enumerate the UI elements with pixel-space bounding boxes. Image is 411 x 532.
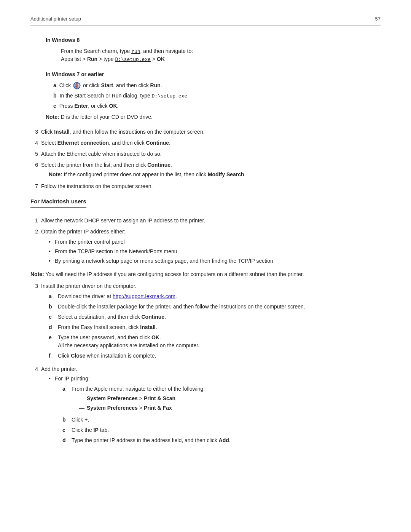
mac-heading-wrapper: For Macintosh users <box>30 197 381 212</box>
win7-content-c: Press Enter, or click OK. <box>59 102 119 110</box>
win7-letter-b: b <box>53 92 57 100</box>
mac-step2-num: 2 <box>30 228 38 267</box>
mac-4d-content: Type the printer IP address in the addre… <box>72 436 231 444</box>
mac-heading: For Macintosh users <box>30 197 86 208</box>
bullet-item: By printing a network setup page or menu… <box>49 257 273 265</box>
mac-3d-content: From the Easy Install screen, click Inst… <box>58 323 157 331</box>
mac-section: For Macintosh users 1 Allow the network … <box>30 197 381 447</box>
mac-step2: 2 Obtain the printer IP address either: … <box>30 228 381 267</box>
mac-step4-bullets: For IP printing: a From the Apple menu, … <box>49 375 231 444</box>
mac-step4-num: 4 <box>30 365 38 447</box>
mac-step4-content: Add the printer. For IP printing: a From… <box>41 365 231 447</box>
win7-item-c: c Press Enter, or click OK. <box>53 102 381 110</box>
step5-num: 5 <box>30 150 38 158</box>
mac-4a-content: From the Apple menu, navigate to either … <box>72 385 205 414</box>
mac-4a-dashes: System Preferences > Print & Scan System… <box>79 395 205 412</box>
mac-3f-content: Click Close when installation is complet… <box>58 352 156 360</box>
mac-4d: d Type the printer IP address in the add… <box>62 436 231 444</box>
step4-num: 4 <box>30 139 38 147</box>
mac-step3-sub: a Download the driver at http://support.… <box>41 292 305 360</box>
step5: 5 Attach the Ethernet cable when instruc… <box>30 150 381 158</box>
windows8-section: In Windows 8 From the Search charm, type… <box>46 36 381 64</box>
mac-3d: d From the Easy Install screen, click In… <box>49 323 305 331</box>
mac-note: Note: You will need the IP address if yo… <box>30 270 381 278</box>
step3: 3 Click Install, and then follow the ins… <box>30 128 381 136</box>
step6: 6 Select the printer from the list, and … <box>30 161 381 182</box>
dash-item-print-fax: System Preferences > Print & Fax <box>79 404 205 412</box>
step3-content: Click Install, and then follow the instr… <box>41 128 205 136</box>
mac-step1-content: Allow the network DHCP server to assign … <box>41 217 205 225</box>
ip-printing-bullet: For IP printing: a From the Apple menu, … <box>49 375 231 444</box>
win7-note-text: D is the letter of your CD or DVD drive. <box>61 114 153 120</box>
windows7-list: a Click or click Start, and then click R… <box>46 81 381 110</box>
step4: 4 Select Ethernet connection, and then c… <box>30 139 381 147</box>
step6-num: 6 <box>30 161 38 182</box>
mac-step1: 1 Allow the network DHCP server to assig… <box>30 217 381 225</box>
mac-3b-content: Double-click the installer package for t… <box>58 303 305 311</box>
mac-3e: e Type the user password, and then click… <box>49 334 305 350</box>
page-header: Additional printer setup 57 <box>30 15 381 26</box>
windows7-heading: In Windows 7 or earlier <box>46 70 381 78</box>
bullet-item: From the printer control panel <box>49 238 273 246</box>
mac-4d-letter: d <box>62 436 68 444</box>
win7-letter-a: a <box>53 81 56 89</box>
mac-3c-letter: c <box>49 313 55 321</box>
step3-num: 3 <box>30 128 38 136</box>
mac-4a-letter: a <box>62 385 68 414</box>
mac-4c-letter: c <box>62 426 68 434</box>
page-number: 57 <box>375 15 381 23</box>
step5-content: Attach the Ethernet cable when instructe… <box>41 150 162 158</box>
mac-3e-content: Type the user password, and then click O… <box>58 334 199 350</box>
mac-3b: b Double-click the installer package for… <box>49 303 305 311</box>
mac-4b: b Click +. <box>62 416 231 424</box>
mac-4c-content: Click the IP tab. <box>72 426 109 434</box>
dash-item-print-scan: System Preferences > Print & Scan <box>79 395 205 403</box>
lexmark-link[interactable]: http://support.lexmark.com <box>113 293 175 299</box>
step7-content: Follow the instructions on the computer … <box>41 182 153 190</box>
windows8-appslist: Apps list > Run > type D:\setup.exe > OK <box>61 56 165 62</box>
step7: 7 Follow the instructions on the compute… <box>30 182 381 190</box>
windows-globe-icon <box>73 82 81 89</box>
mac-3f-letter: f <box>49 352 55 360</box>
mac-step2-bullets: From the printer control panel From the … <box>49 238 273 265</box>
win7-item-a: a Click or click Start, and then click R… <box>53 81 381 89</box>
win7-item-b: b In the Start Search or Run dialog, typ… <box>53 92 381 100</box>
mac-4b-letter: b <box>62 416 68 424</box>
step7-num: 7 <box>30 182 38 190</box>
mac-3a-letter: a <box>49 292 55 300</box>
windows-steps: 3 Click Install, and then follow the ins… <box>30 128 381 190</box>
win7-note-label: Note: <box>46 114 59 120</box>
win7-content-b: In the Start Search or Run dialog, type … <box>60 92 189 100</box>
windows8-line2: Apps list > Run > type D:\setup.exe > OK <box>61 55 381 64</box>
mac-3a: a Download the driver at http://support.… <box>49 292 305 300</box>
mac-3c-content: Select a destination, and then click Con… <box>58 313 166 321</box>
win7-note: Note: D is the letter of your CD or DVD … <box>46 113 381 121</box>
mac-4b-content: Click +. <box>72 416 89 424</box>
windows8-line1: From the Search charm, type run, and the… <box>61 47 381 56</box>
windows8-heading: In Windows 8 <box>46 36 381 44</box>
mac-4c: c Click the IP tab. <box>62 426 231 434</box>
windows8-text1: From the Search charm, type run, and the… <box>61 48 193 54</box>
step6-note: Note: If the configured printer does not… <box>49 171 245 179</box>
setup-exe-code: D:\setup.exe <box>115 57 151 62</box>
mac-3b-letter: b <box>49 303 55 311</box>
mac-4a: a From the Apple menu, navigate to eithe… <box>62 385 231 414</box>
mac-3d-letter: d <box>49 323 55 331</box>
step4-content: Select Ethernet connection, and then cli… <box>41 139 170 147</box>
mac-step1-num: 1 <box>30 217 38 225</box>
step6-content: Select the printer from the list, and th… <box>41 161 245 182</box>
mac-step2-content: Obtain the printer IP address either: Fr… <box>41 228 273 267</box>
ip-printing-sub: a From the Apple menu, navigate to eithe… <box>55 385 231 444</box>
mac-step3-content: Install the printer driver on the comput… <box>41 282 305 362</box>
win7-content-a: Click or click Start, and then click Run… <box>59 81 162 89</box>
bullet-item: From the TCP/IP section in the Network/P… <box>49 248 273 256</box>
mac-3f: f Click Close when installation is compl… <box>49 352 305 360</box>
mac-3a-content: Download the driver at http://support.le… <box>58 292 177 300</box>
win7-letter-c: c <box>53 102 56 110</box>
windows7-section: In Windows 7 or earlier a Click <box>46 70 381 121</box>
mac-step3-num: 3 <box>30 282 38 362</box>
setup-exe-code2: D:\setup.exe <box>152 93 188 99</box>
header-title: Additional printer setup <box>30 15 81 23</box>
mac-3c: c Select a destination, and then click C… <box>49 313 305 321</box>
run-code: run <box>131 49 140 54</box>
